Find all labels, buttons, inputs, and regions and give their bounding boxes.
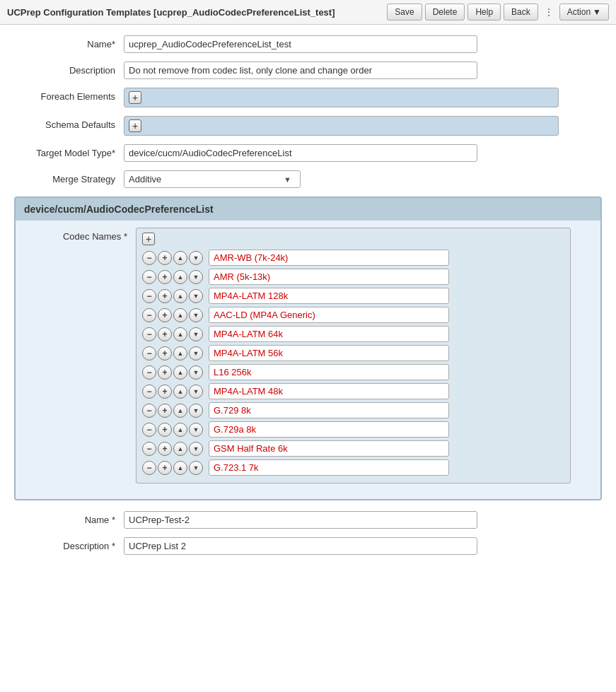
codec-remove-button-5[interactable]: − (142, 346, 156, 360)
codec-add-button-9[interactable]: + (158, 423, 172, 437)
codec-value-input-1[interactable] (209, 269, 449, 285)
codec-remove-button-3[interactable]: − (142, 308, 156, 322)
codec-add-button-3[interactable]: + (158, 308, 172, 322)
codec-down-button-2[interactable]: ▼ (189, 289, 203, 303)
codec-item: − + ▲ ▼ (142, 402, 564, 418)
codec-item: − + ▲ ▼ (142, 269, 564, 285)
codec-value-input-5[interactable] (209, 345, 449, 361)
schema-defaults-label: Schema Defaults (14, 116, 124, 130)
codec-down-button-4[interactable]: ▼ (189, 327, 203, 341)
schema-defaults-expand-button[interactable]: + (129, 119, 141, 132)
codec-value-input-0[interactable] (209, 250, 449, 266)
codec-value-input-9[interactable] (209, 421, 449, 438)
codec-item: − + ▲ ▼ (142, 421, 564, 438)
codec-add-button-5[interactable]: + (158, 346, 172, 360)
foreach-elements-field: + (124, 88, 559, 107)
codec-item: − + ▲ ▼ (142, 383, 564, 399)
codec-item: − + ▲ ▼ (142, 250, 564, 266)
bottom-name-input[interactable] (124, 511, 477, 529)
codec-up-button-6[interactable]: ▲ (173, 365, 187, 380)
codec-remove-button-9[interactable]: − (142, 423, 156, 437)
codec-value-input-4[interactable] (209, 326, 449, 342)
codec-item: − + ▲ ▼ (142, 364, 564, 380)
codec-up-button-0[interactable]: ▲ (173, 251, 187, 265)
codec-remove-button-11[interactable]: − (142, 461, 156, 475)
description-input[interactable] (124, 61, 477, 79)
codec-up-button-5[interactable]: ▲ (173, 346, 187, 360)
description-label: Description (14, 61, 124, 76)
more-options-icon[interactable]: ⋮ (541, 6, 557, 18)
bottom-description-input[interactable] (124, 537, 477, 555)
codec-up-button-7[interactable]: ▲ (173, 385, 187, 399)
target-model-type-label: Target Model Type* (14, 144, 124, 158)
codec-remove-button-0[interactable]: − (142, 251, 156, 265)
codec-up-button-4[interactable]: ▲ (173, 327, 187, 341)
codec-value-input-8[interactable] (209, 402, 449, 418)
codec-up-button-8[interactable]: ▲ (173, 404, 187, 418)
codec-up-button-9[interactable]: ▲ (173, 423, 187, 437)
codec-remove-button-8[interactable]: − (142, 404, 156, 418)
codec-item: − + ▲ ▼ (142, 440, 564, 457)
codec-remove-button-7[interactable]: − (142, 385, 156, 399)
name-input[interactable] (124, 35, 477, 53)
codec-add-button-4[interactable]: + (158, 327, 172, 341)
back-button[interactable]: Back (504, 4, 538, 20)
codec-controls-9: − + ▲ ▼ (142, 423, 203, 437)
action-dropdown-arrow: ▼ (593, 7, 601, 17)
codec-value-input-7[interactable] (209, 383, 449, 399)
codec-add-button-7[interactable]: + (158, 385, 172, 399)
codec-value-input-6[interactable] (209, 364, 449, 380)
section-panel: device/cucm/AudioCodecPreferenceList Cod… (14, 197, 602, 500)
codec-remove-button-1[interactable]: − (142, 270, 156, 284)
foreach-expand-button[interactable]: + (129, 91, 141, 104)
codec-up-button-2[interactable]: ▲ (173, 289, 187, 303)
codec-value-input-2[interactable] (209, 288, 449, 304)
codec-down-button-5[interactable]: ▼ (189, 346, 203, 360)
codec-up-button-11[interactable]: ▲ (173, 461, 187, 475)
header-buttons: Save Delete Help Back ⋮ Action ▼ (387, 4, 609, 20)
codec-remove-button-2[interactable]: − (142, 289, 156, 303)
codec-up-button-3[interactable]: ▲ (173, 308, 187, 322)
codec-add-row: + (142, 233, 564, 245)
codec-add-button-8[interactable]: + (158, 404, 172, 418)
bottom-description-label: Description * (14, 537, 124, 551)
bottom-name-row: Name * (14, 511, 602, 529)
codec-remove-button-10[interactable]: − (142, 442, 156, 456)
codec-up-button-10[interactable]: ▲ (173, 442, 187, 456)
codec-value-input-11[interactable] (209, 459, 449, 476)
action-button[interactable]: Action ▼ (559, 4, 609, 20)
codec-add-button-10[interactable]: + (158, 442, 172, 456)
codec-add-button-6[interactable]: + (158, 365, 172, 380)
codec-add-button[interactable]: + (142, 233, 155, 245)
codec-down-button-6[interactable]: ▼ (189, 365, 203, 380)
codec-remove-button-4[interactable]: − (142, 327, 156, 341)
codec-down-button-7[interactable]: ▼ (189, 385, 203, 399)
codec-value-input-10[interactable] (209, 440, 449, 457)
codec-down-button-9[interactable]: ▼ (189, 423, 203, 437)
codec-down-button-11[interactable]: ▼ (189, 461, 203, 475)
delete-button[interactable]: Delete (425, 4, 465, 20)
codec-item: − + ▲ ▼ (142, 326, 564, 342)
merge-strategy-row: Merge Strategy Additive Replace Merge ▼ (14, 170, 602, 188)
target-model-type-input[interactable] (124, 144, 477, 162)
help-button[interactable]: Help (467, 4, 501, 20)
save-button[interactable]: Save (387, 4, 422, 20)
codec-add-button-0[interactable]: + (158, 251, 172, 265)
header: UCPrep Configuration Templates [ucprep_A… (0, 0, 616, 25)
codec-add-button-1[interactable]: + (158, 270, 172, 284)
merge-strategy-select[interactable]: Additive Replace Merge (124, 170, 301, 188)
codec-down-button-0[interactable]: ▼ (189, 251, 203, 265)
codec-value-input-3[interactable] (209, 307, 449, 323)
codec-down-button-1[interactable]: ▼ (189, 270, 203, 284)
codec-down-button-8[interactable]: ▼ (189, 404, 203, 418)
codec-controls-1: − + ▲ ▼ (142, 270, 203, 284)
codec-down-button-10[interactable]: ▼ (189, 442, 203, 456)
codec-add-button-11[interactable]: + (158, 461, 172, 475)
codec-down-button-3[interactable]: ▼ (189, 308, 203, 322)
codec-add-button-2[interactable]: + (158, 289, 172, 303)
section-body: Codec Names * + − + ▲ ▼ (16, 221, 600, 499)
schema-defaults-field: + (124, 116, 559, 136)
codec-controls-4: − + ▲ ▼ (142, 327, 203, 341)
codec-remove-button-6[interactable]: − (142, 365, 156, 380)
codec-up-button-1[interactable]: ▲ (173, 270, 187, 284)
